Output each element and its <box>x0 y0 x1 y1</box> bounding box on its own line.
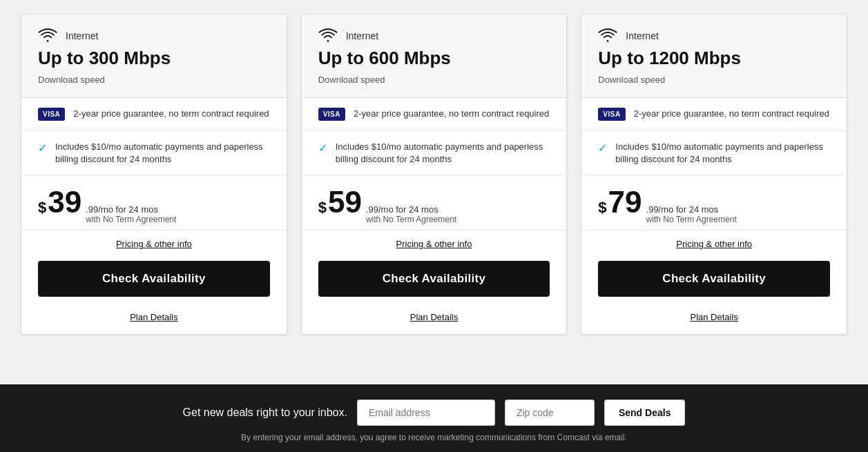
wifi-icon <box>318 28 338 43</box>
card-header: Internet Up to 300 Mbps Download speed <box>21 14 287 98</box>
autopay-text: Includes $10/mo automatic payments and p… <box>615 141 830 166</box>
pricing-info-link[interactable]: Pricing & other info <box>676 239 752 249</box>
card-speed: Up to 1200 Mbps <box>598 48 830 69</box>
zip-input[interactable] <box>505 400 595 426</box>
visa-desc: 2-year price guarantee, no term contract… <box>73 108 269 120</box>
card-type: Internet <box>626 30 658 41</box>
card-body: VISA 2-year price guarantee, no term con… <box>302 98 567 334</box>
price-details: .99/mo for 24 mos with No Term Agreement <box>86 204 176 224</box>
price-term: with No Term Agreement <box>646 215 737 224</box>
price-term: with No Term Agreement <box>366 215 456 224</box>
autopay-row: ✓ Includes $10/mo automatic payments and… <box>21 131 287 176</box>
plan-details-link[interactable]: Plan Details <box>690 312 737 322</box>
check-availability-button[interactable]: Check Availability <box>318 261 550 297</box>
price-number: 79 <box>608 187 642 217</box>
visa-desc: 2-year price guarantee, no term contract… <box>634 108 829 120</box>
wifi-icon <box>598 28 617 43</box>
check-availability-button[interactable]: Check Availability <box>598 261 830 297</box>
visa-row: VISA 2-year price guarantee, no term con… <box>21 98 287 131</box>
card-download: Download speed <box>38 75 270 85</box>
autopay-text: Includes $10/mo automatic payments and p… <box>55 141 270 166</box>
card-speed: Up to 300 Mbps <box>38 48 270 69</box>
check-availability-row: Check Availability <box>581 254 847 304</box>
pricing-info-row: Pricing & other info <box>21 230 287 254</box>
pricing-info-row: Pricing & other info <box>302 230 567 254</box>
card-header: Internet Up to 600 Mbps Download speed <box>302 14 567 98</box>
price-details: .99/mo for 24 mos with No Term Agreement <box>366 204 456 224</box>
card-header-top: Internet <box>598 28 830 43</box>
price-main: $ 39 .99/mo for 24 mos with No Term Agre… <box>38 187 270 224</box>
price-dollar: $ <box>598 199 606 217</box>
card-card-600: Internet Up to 600 Mbps Download speed V… <box>301 14 568 335</box>
pricing-info-link[interactable]: Pricing & other info <box>116 239 192 249</box>
visa-row: VISA 2-year price guarantee, no term con… <box>302 98 567 131</box>
pricing-info-link[interactable]: Pricing & other info <box>396 239 472 249</box>
price-number: 59 <box>328 187 362 217</box>
visa-desc: 2-year price guarantee, no term contract… <box>354 108 549 120</box>
card-header-top: Internet <box>318 28 550 43</box>
price-details: .99/mo for 24 mos with No Term Agreement <box>646 204 737 224</box>
check-availability-button[interactable]: Check Availability <box>38 261 270 297</box>
price-row: $ 39 .99/mo for 24 mos with No Term Agre… <box>21 176 287 230</box>
visa-badge: VISA <box>318 108 345 121</box>
plan-details-row: Plan Details <box>21 304 287 334</box>
price-row: $ 79 .99/mo for 24 mos with No Term Agre… <box>581 176 847 230</box>
plan-details-link[interactable]: Plan Details <box>410 312 458 322</box>
price-term: with No Term Agreement <box>86 215 176 224</box>
price-number: 39 <box>48 187 81 217</box>
autopay-row: ✓ Includes $10/mo automatic payments and… <box>581 131 847 176</box>
footer-tagline: Get new deals right to your inbox. <box>183 406 347 419</box>
price-cents: .99/mo for 24 mos <box>366 204 456 215</box>
email-input[interactable] <box>357 400 495 426</box>
price-dollar: $ <box>318 199 327 217</box>
card-download: Download speed <box>598 75 830 85</box>
price-cents: .99/mo for 24 mos <box>86 204 176 215</box>
visa-row: VISA 2-year price guarantee, no term con… <box>581 98 847 131</box>
check-icon: ✓ <box>318 141 327 155</box>
send-deals-button[interactable]: Send Deals <box>604 400 685 426</box>
card-card-1200: Internet Up to 1200 Mbps Download speed … <box>581 14 847 335</box>
card-speed: Up to 600 Mbps <box>318 48 550 69</box>
footer-top: Get new deals right to your inbox. Send … <box>183 400 686 426</box>
wifi-icon <box>38 28 57 43</box>
pricing-info-row: Pricing & other info <box>581 230 847 254</box>
price-cents: .99/mo for 24 mos <box>646 204 737 215</box>
plan-details-row: Plan Details <box>302 304 567 334</box>
check-icon: ✓ <box>598 141 607 155</box>
card-card-300: Internet Up to 300 Mbps Download speed V… <box>21 14 287 335</box>
autopay-text: Includes $10/mo automatic payments and p… <box>336 141 550 166</box>
visa-badge: VISA <box>38 108 65 121</box>
price-dollar: $ <box>38 199 46 217</box>
card-header-top: Internet <box>38 28 270 43</box>
plan-details-link[interactable]: Plan Details <box>130 312 177 322</box>
check-icon: ✓ <box>38 141 47 155</box>
price-row: $ 59 .99/mo for 24 mos with No Term Agre… <box>302 176 567 230</box>
card-download: Download speed <box>318 75 550 85</box>
card-type: Internet <box>66 30 98 41</box>
card-type: Internet <box>346 30 378 41</box>
price-main: $ 79 .99/mo for 24 mos with No Term Agre… <box>598 187 830 224</box>
footer-section: Get new deals right to your inbox. Send … <box>0 384 868 452</box>
footer-disclaimer: By entering your email address, you agre… <box>241 433 627 442</box>
autopay-row: ✓ Includes $10/mo automatic payments and… <box>302 131 567 176</box>
card-body: VISA 2-year price guarantee, no term con… <box>581 98 847 334</box>
cards-section: Internet Up to 300 Mbps Download speed V… <box>0 0 868 384</box>
check-availability-row: Check Availability <box>302 254 567 304</box>
card-body: VISA 2-year price guarantee, no term con… <box>21 98 287 334</box>
card-header: Internet Up to 1200 Mbps Download speed <box>581 14 847 98</box>
visa-badge: VISA <box>598 108 625 121</box>
plan-details-row: Plan Details <box>581 304 847 334</box>
price-main: $ 59 .99/mo for 24 mos with No Term Agre… <box>318 187 550 224</box>
check-availability-row: Check Availability <box>21 254 287 304</box>
